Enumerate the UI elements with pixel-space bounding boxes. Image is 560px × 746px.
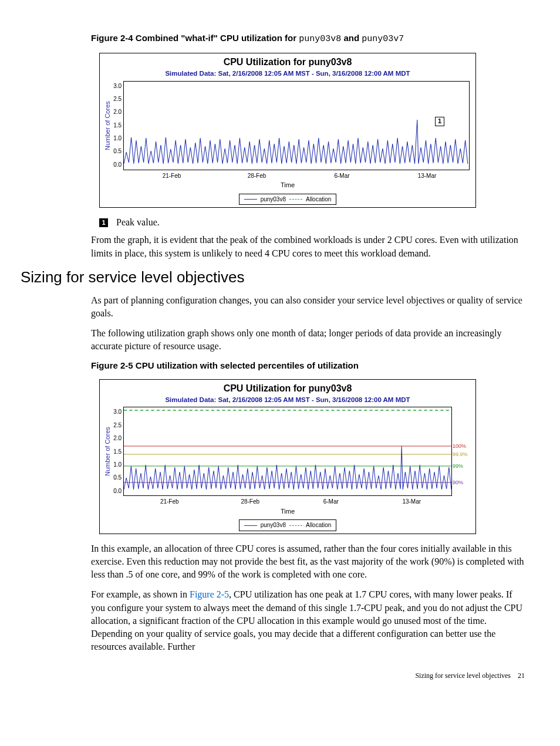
figure-reference-link[interactable]: Figure 2-5 (190, 589, 229, 599)
y-axis-label: Number of Cores (102, 407, 113, 496)
y-axis-ticks: 3.02.52.01.51.00.50.0 (113, 81, 123, 170)
callout-text: Peak value. (116, 216, 160, 229)
paragraph: From the graph, it is evident that the p… (91, 234, 525, 259)
paragraph: For example, as shown in Figure 2-5, CPU… (91, 588, 525, 653)
page-footer: Sizing for service level objectives 21 (56, 671, 525, 681)
x-axis-ticks: 21-Feb28-Feb6-Mar13-Mar (129, 496, 452, 506)
x-axis-ticks: 21-Feb28-Feb6-Mar13-Mar (129, 170, 470, 180)
figure-2-4-chart: CPU Utilization for puny03v8 Simulated D… (99, 53, 525, 208)
percentile-label-999: 99.9% (453, 451, 468, 458)
section-heading: Sizing for service level objectives (21, 267, 525, 288)
figure-2-5-chart: CPU Utilization for puny03v8 Simulated D… (99, 379, 525, 535)
percentile-label-99: 99% (453, 463, 463, 470)
chart-subtitle: Simulated Data: Sat, 2/16/2008 12:05 AM … (100, 395, 475, 407)
chart-title: CPU Utilization for puny03v8 (100, 53, 475, 69)
chart-title: CPU Utilization for puny03v8 (100, 380, 475, 395)
chart-subtitle: Simulated Data: Sat, 2/16/2008 12:05 AM … (100, 69, 475, 81)
chart-legend: puny03v8 Allocation (239, 519, 337, 531)
figure-2-4-caption: Figure 2-4 Combined "what-if" CPU utiliz… (91, 32, 525, 46)
x-axis-label: Time (100, 507, 475, 516)
percentile-label-90: 90% (453, 479, 463, 486)
callout-number-icon: 1 (99, 218, 108, 227)
y-axis-label: Number of Cores (102, 81, 113, 170)
plot-area: 1 (123, 81, 470, 170)
callout-marker-1: 1 (435, 117, 444, 126)
x-axis-label: Time (100, 181, 475, 190)
paragraph: The following utilization graph shows on… (91, 327, 525, 353)
figure-callout-row: 1 Peak value. (99, 216, 525, 229)
chart-legend: puny03v8 Allocation (239, 194, 337, 205)
percentile-label-100: 100% (453, 443, 466, 450)
plot-area: 100% 99.9% 99% 90% (123, 407, 452, 496)
y-axis-ticks: 3.02.52.01.51.00.50.0 (113, 407, 123, 496)
figure-2-5-caption: Figure 2-5 CPU utilization with selected… (91, 360, 525, 372)
paragraph: As part of planning configuration change… (91, 294, 525, 320)
paragraph: In this example, an allocation of three … (91, 542, 525, 581)
